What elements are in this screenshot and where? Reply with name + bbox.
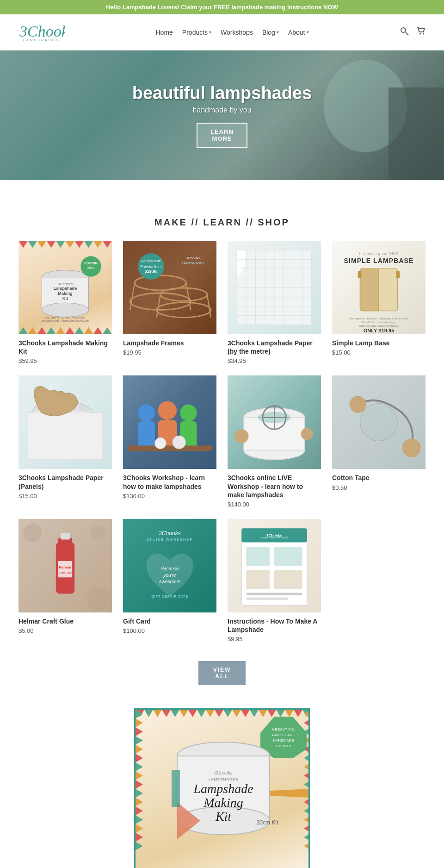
product-card-paper[interactable]: 3Chooks Lampshade Paper (by the metre) $…: [228, 241, 321, 364]
svg-marker-149: [136, 745, 143, 754]
svg-marker-143: [294, 710, 302, 717]
svg-rect-78: [28, 413, 103, 460]
svg-marker-141: [276, 710, 285, 717]
product-card-instructions[interactable]: 3Chooks Lampshade Making Kit Instruction…: [228, 519, 321, 643]
svg-marker-135: [223, 710, 232, 717]
nav-blog[interactable]: Blog ▾: [262, 29, 279, 36]
svg-text:Optional lamp cord kit availab: Optional lamp cord kit available.: [359, 325, 399, 327]
svg-text:LAMPSHADE: LAMPSHADE: [272, 733, 295, 737]
svg-marker-176: [304, 842, 310, 850]
svg-text:BY YOU!: BY YOU!: [276, 744, 291, 748]
svg-rect-123: [246, 598, 288, 600]
nav-home[interactable]: Home: [155, 29, 173, 36]
product-image-giftcard: 3Chooks ONLINE WORKSHOP Because you're a…: [123, 519, 216, 612]
nav-about[interactable]: About ▾: [288, 29, 309, 36]
svg-line-3: [406, 32, 408, 35]
product-card-tape[interactable]: Cotton Tape $0.50: [332, 375, 426, 508]
product-card-workshop[interactable]: 3Chooks Workshop - learn how to make lam…: [123, 375, 216, 508]
hero-cta-button[interactable]: LEARNMORE: [197, 123, 247, 148]
product-card-glue[interactable]: Helmar Craft Glue Helmar Craft Glue $5.0…: [18, 519, 112, 643]
hero-content: beautiful lampshades handmade by you LEA…: [132, 83, 312, 148]
svg-marker-172: [304, 806, 310, 815]
svg-marker-13: [84, 241, 93, 248]
announcement-bar[interactable]: Hello Lampshade Lovers! Claim your FREE …: [0, 0, 444, 14]
product-card-paper-panels[interactable]: 3Chooks Lampshade Paper (Panels) $15.00: [18, 375, 112, 508]
svg-marker-158: [136, 824, 143, 833]
svg-text:3Chooks: 3Chooks: [214, 770, 232, 775]
svg-text:ONLY $19.95: ONLY $19.95: [364, 328, 395, 333]
svg-marker-25: [103, 327, 112, 334]
nav-workshops[interactable]: Workshops: [221, 29, 253, 36]
product-card-giftcard[interactable]: 3Chooks ONLINE WORKSHOP Because you're a…: [123, 519, 216, 643]
product-card-frames[interactable]: Lampshade Frames from $19.95 3Chooks LAM…: [123, 241, 216, 364]
svg-text:introducing our NEW: introducing our NEW: [359, 252, 398, 256]
cart-button[interactable]: [416, 26, 426, 38]
product-card-lampbase[interactable]: introducing our NEW SIMPLE LAMPBASE Slot…: [332, 241, 426, 364]
svg-marker-6: [18, 241, 28, 248]
svg-marker-134: [215, 710, 223, 717]
svg-point-86: [155, 438, 166, 449]
product-price-tape: $0.50: [332, 484, 426, 491]
svg-text:LAMPSHADES: LAMPSHADES: [209, 777, 239, 781]
svg-marker-137: [241, 710, 250, 717]
svg-rect-121: [274, 570, 302, 589]
product-image-online-workshop: [228, 375, 321, 469]
product-name-lampbase: Simple Lamp Base: [332, 339, 426, 347]
svg-marker-23: [84, 327, 93, 334]
svg-marker-166: [304, 754, 310, 762]
svg-text:SIMPLE LAMPBASE: SIMPLE LAMPBASE: [344, 257, 414, 264]
svg-text:Fits all 20cm diameter rings.: Fits all 20cm diameter rings.: [361, 321, 396, 324]
svg-marker-175: [304, 833, 310, 842]
svg-rect-72: [358, 271, 362, 278]
svg-text:GIFT CERTIFICATE: GIFT CERTIFICATE: [151, 595, 188, 598]
hero-section: beautiful lampshades handmade by you LEA…: [0, 50, 444, 180]
svg-rect-192: [172, 770, 180, 807]
product-price-online-workshop: $140.00: [228, 501, 321, 508]
svg-rect-70: [360, 269, 379, 311]
product-price-glue: $5.00: [18, 627, 112, 634]
view-all-button[interactable]: VIEWALL: [198, 661, 246, 685]
svg-marker-160: [136, 842, 143, 850]
product-price-paper: $34.95: [228, 357, 321, 364]
svg-marker-12: [74, 241, 84, 248]
svg-marker-14: [93, 241, 103, 248]
svg-marker-17: [28, 327, 37, 334]
svg-text:Craft Glue: Craft Glue: [59, 571, 72, 574]
product-name-glue: Helmar Craft Glue: [18, 617, 112, 625]
nav-products[interactable]: Products ▾: [182, 29, 211, 36]
svg-marker-130: [179, 710, 188, 717]
svg-point-102: [91, 526, 105, 540]
product-name-workshop: 3Chooks Workshop - learn how to make lam…: [123, 474, 216, 490]
svg-marker-151: [136, 762, 143, 771]
header-icons: [400, 26, 426, 38]
svg-marker-171: [304, 798, 310, 806]
bottom-banner-inner[interactable]: A BEAUTIFUL LAMPSHADE HANDMADE BY YOU! 3…: [134, 708, 310, 868]
product-name-paper: 3Chooks Lampshade Paper (by the metre): [228, 339, 321, 356]
svg-text:Making: Making: [203, 795, 243, 810]
svg-text:3Chooks: 3Chooks: [159, 530, 181, 537]
search-button[interactable]: [400, 26, 409, 38]
product-name-frames: Lampshade Frames: [123, 339, 216, 347]
product-card-kit[interactable]: EDITION 2022 3Chooks Lampshade Making Ki…: [18, 241, 112, 364]
svg-marker-155: [136, 798, 143, 806]
svg-rect-85: [128, 446, 212, 451]
product-name-instructions: Instructions - How To Make A Lampshade: [228, 617, 321, 634]
product-image-glue: Helmar Craft Glue: [18, 519, 112, 612]
svg-point-92: [234, 430, 248, 443]
svg-marker-146: [136, 718, 143, 727]
svg-marker-142: [285, 710, 294, 717]
logo[interactable]: 3Chooks LAMPSHADES: [18, 20, 65, 44]
svg-marker-9: [47, 241, 56, 248]
about-dropdown-arrow: ▾: [307, 30, 309, 35]
svg-marker-174: [304, 824, 310, 833]
svg-marker-16: [18, 327, 28, 334]
svg-marker-138: [250, 710, 259, 717]
product-card-online-workshop[interactable]: 3Chooks online LIVE Workshop - learn how…: [228, 375, 321, 508]
svg-text:Making: Making: [58, 291, 72, 296]
product-price-frames: $19.95: [123, 349, 216, 356]
svg-marker-127: [153, 710, 162, 717]
search-icon: [400, 26, 409, 36]
svg-rect-120: [246, 570, 270, 589]
svg-marker-159: [136, 833, 143, 842]
announcement-text: Hello Lampshade Lovers! Claim your FREE …: [106, 4, 338, 11]
